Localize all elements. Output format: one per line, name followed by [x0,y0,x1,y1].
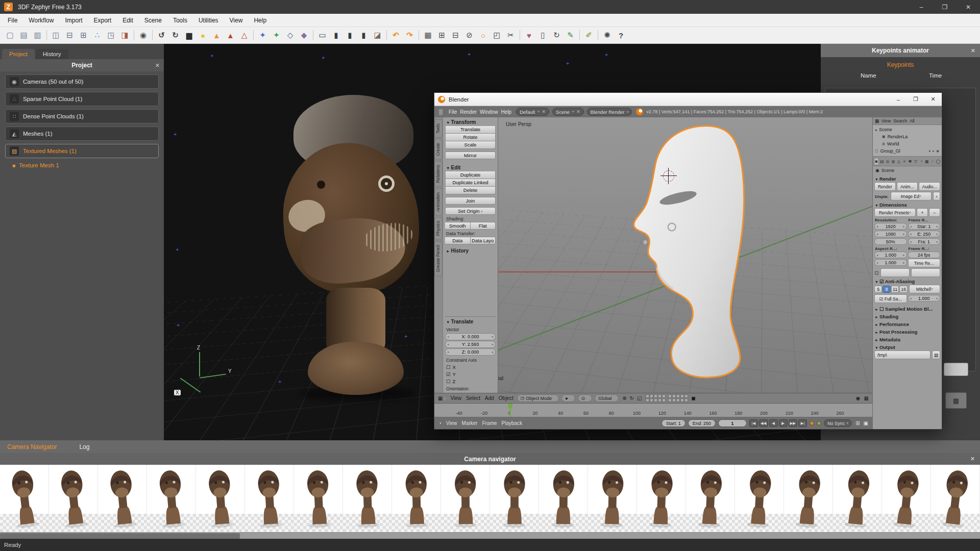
circle-select-icon[interactable]: ○ [476,29,490,42]
cut-icon[interactable]: ✂ [504,29,518,42]
collapsed-panel-header[interactable]: Shading [874,312,940,320]
keypoints-side-widget[interactable]: ▦ [945,392,967,409]
point-cloud-icon[interactable]: ∴ [90,29,104,42]
tool-shelf-tab[interactable]: Relations [434,161,443,187]
layers-grid-1[interactable] [646,394,666,402]
sparkle-blue-icon[interactable]: ✦ [256,29,270,42]
tool-shelf-tab[interactable]: Create [434,139,443,160]
dark-panel-2-icon[interactable]: ▮ [343,29,357,42]
outliner-row[interactable]: ● Scene [873,126,942,133]
aspect-x-field[interactable]: 1.000 [874,252,907,258]
camera-thumbnail[interactable] [441,465,490,532]
layer-cell[interactable] [650,398,653,402]
edit-button[interactable]: Duplicate [445,171,496,179]
axis-checkbox[interactable]: ☑Y [445,370,496,378]
aa-sample-button[interactable]: 16 [899,286,908,293]
select-subtract-icon[interactable]: ⊟ [449,29,462,42]
aa-filter-selector[interactable]: Mitchell [909,285,940,293]
dark-panel-icon[interactable]: ▮ [329,29,343,42]
world-tab-icon[interactable]: ◍ [891,158,896,165]
layers-grid-2[interactable] [668,394,688,402]
camera-thumbnail[interactable] [392,465,441,532]
layer-cell[interactable] [658,394,662,398]
camera-thumbnail[interactable] [833,465,882,532]
output-path-field[interactable]: /tmp\ [874,350,930,359]
left-panel-tab[interactable]: History [36,49,68,59]
output-panel-header[interactable]: Output [874,343,940,350]
tool-shelf-tab[interactable]: Physics [434,217,443,240]
eraser-icon[interactable]: ◪ [371,29,384,42]
warning-cone-icon[interactable]: ▲ [224,29,237,42]
layer-cell[interactable] [672,394,676,398]
blender-menu-item[interactable]: File [447,109,458,115]
project-item[interactable]: ▨ Textured Meshes (1) [5,144,159,158]
viewport-menu-item[interactable]: Select [465,395,481,401]
redo-icon[interactable]: ↷ [403,29,416,42]
aa-sample-button[interactable]: 8 [883,286,890,293]
outliner-row[interactable]: ▣ RenderLa [873,133,942,140]
camera-thumbnail[interactable] [637,465,686,532]
camera-thumbnail[interactable] [588,465,637,532]
aa-sample-button[interactable]: 11 [891,286,899,293]
modifiers-tab-icon[interactable]: ✱ [908,158,913,165]
blender-head-mesh[interactable] [603,118,766,384]
material-tab-icon[interactable]: ◔ [919,158,924,165]
render-presets-selector[interactable]: Render Presets [874,208,916,217]
layer-cell[interactable] [668,398,672,402]
layer-cell[interactable] [662,398,666,402]
left-panel-tab[interactable]: Project [2,49,35,59]
resolution-percentage-slider[interactable]: 50% [874,238,907,245]
project-item[interactable]: ∴ Sparse Point Cloud (1) [5,92,159,106]
timeline-menu-item[interactable]: Frame [481,420,498,426]
frame-end-prop-field[interactable]: E: 250 [908,231,941,237]
outliner-row[interactable]: ▢ Group_Gl ● ▸ ◉ [873,147,942,155]
preset-add-button[interactable]: + [917,208,928,217]
menu-item[interactable]: Export [88,14,117,27]
crop-option-button[interactable] [911,268,940,277]
blender-close-button[interactable]: ✕ [924,93,942,106]
border-checkbox-icon[interactable]: ☐ [874,270,879,276]
undo-icon[interactable]: ↶ [389,29,403,42]
bottom-panel-tab[interactable]: Camera Navigator [7,443,57,450]
aa-checkbox-icon[interactable]: ☑ [879,279,884,284]
aa-size-field[interactable]: 1.000 [908,295,941,302]
camera-thumbnail[interactable] [490,465,539,532]
blender-menu-item[interactable]: Help [500,109,513,115]
blender-editor-icon[interactable]: ▒ [437,109,444,115]
resolution-x-field[interactable]: 1920 [874,223,907,230]
plugin-icon[interactable]: ✺ [600,29,614,42]
outliner-display-icon[interactable]: ▦ [875,118,879,123]
set-origin-button[interactable]: Set Origin [445,207,496,215]
transform-orientation-selector[interactable]: Global [595,394,619,402]
layout-add-icon[interactable]: + [537,109,540,114]
menu-item[interactable]: Tools [167,14,193,27]
project-item[interactable]: ∷ Dense Point Clouds (1) [5,109,159,123]
flag-cone-icon[interactable]: △ [237,29,251,42]
viewport-render-icon[interactable]: ▦ [863,395,870,401]
keying-set-icon[interactable] [817,421,821,425]
project-child-item[interactable]: ■ Texture Mesh 1 [12,162,159,168]
menu-item[interactable]: Edit [117,14,139,27]
collapsed-panel-header[interactable]: ☐ Sampled Motion Bl... [874,305,940,312]
transform-button[interactable]: Translate [445,126,496,134]
collapsed-panel-header[interactable]: Post Processing [874,328,940,335]
data-transfer-button[interactable]: Data [445,237,471,244]
layer-cell[interactable] [650,394,653,398]
axis-checkbox[interactable]: ☐Z [445,378,496,385]
menu-item[interactable]: View [224,14,249,27]
outliner-restrict-icons[interactable]: ● ▸ ◉ [929,149,940,153]
resolution-y-field[interactable]: 1080 [874,231,907,237]
select-invert-icon[interactable]: ⊘ [462,29,476,42]
transport-button[interactable]: ◀ [769,419,778,427]
save-project-icon[interactable]: ▥ [31,29,44,42]
blender-minimize-button[interactable]: – [890,93,907,106]
camera-thumbnail[interactable] [735,465,784,532]
camera-thumbnail[interactable] [294,465,343,532]
select-grid-icon[interactable]: ▦ [421,29,435,42]
timeline-editor-icon[interactable]: ◔ [437,420,443,426]
layer-cell[interactable] [672,398,676,402]
spray-icon[interactable]: ♥ [522,29,536,42]
layer-cell[interactable] [658,398,662,402]
orbit-cw-icon[interactable]: ↻ [168,29,182,42]
vector-field[interactable]: Y:2.593 [445,341,496,348]
